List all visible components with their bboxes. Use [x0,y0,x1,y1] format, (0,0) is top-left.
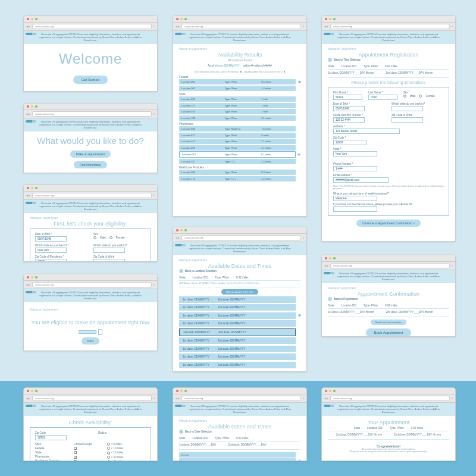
first-name-input[interactable] [333,95,362,100]
date-row[interactable]: 1st dose: DD/MM/YYY2nd dose: DD/MM/YYY [179,346,296,352]
book-appointment-button[interactable]: Book Appointment [366,328,412,336]
window-eligible-result: ◀ ▶covid-vaccine.org≡ Vaccinate US aggre… [23,274,158,351]
back-link[interactable]: ‹Back to Registration [328,297,449,301]
avail-zip-input[interactable] [35,435,67,440]
window-check-availability: ◀ ▶covid-vaccine.org≡ Vaccinate US aggre… [23,387,158,461]
date-row[interactable]: 1st dose: DD/MM/YYY2nd dose: DD/MM/YYY [179,328,296,336]
reg-dob-input[interactable] [333,106,365,111]
continue-confirmation-button[interactable]: Continue to Appointment Confirmation > [356,220,421,227]
zip-residency-input[interactable] [35,259,67,261]
zip-input[interactable] [333,140,367,145]
location-row[interactable]: Location 147Type: Pfizer1 mile [179,103,296,108]
date-row[interactable]: 1st dose: DD/MM/YYY2nd dose: DD/MM/YYY [179,320,296,327]
window-welcome: ◀ ▶covid-vaccine.org≡ Vaccinate US aggre… [23,15,158,92]
last-name-input[interactable] [368,95,397,100]
sex-male-radio[interactable] [93,236,96,239]
find-info-button[interactable]: Find Information [74,161,107,168]
eligible-next-button[interactable]: Next [82,337,99,345]
eligibility-title: First, let's check your eligibility: [30,221,151,227]
address-input[interactable] [333,129,400,134]
choice-title: What would you like to do? [37,136,143,146]
eligibility-form: Date of Birth * Sex MaleFemale Which sta… [30,228,151,261]
window-choice: ◀ ▶covid-vaccine.org≡ Vaccinate US aggre… [23,103,158,173]
date-row[interactable]: 1st dose: DD/MM/YYY2nd dose: DD/MM/YYY [179,296,296,303]
sex-label: Sex [93,233,146,236]
state-select[interactable] [333,151,377,156]
zip-work-input[interactable] [93,259,125,261]
location-row[interactable]: Location 462Type: Pfizer2.1 miles [179,139,296,144]
get-started-button[interactable]: Get Started [73,76,108,84]
back-link[interactable]: ‹Back to Time Selection [328,58,449,62]
window-eligibility: ◀ ▶covid-vaccine.org≡ Vaccinate US aggre… [23,184,158,262]
eligible-message: You are eligible to make an appointment … [31,320,149,325]
dob-label: Date of Birth * [35,233,87,236]
insurance-select[interactable] [333,196,377,201]
window-available-times: ◀ ▶covid-vaccine.org≡ Vaccinate US aggre… [173,387,307,461]
date-row[interactable]: 1st dose: DD/MM/YYY2nd dose: DD/MM/YYY [179,353,296,360]
radius-radio[interactable] [107,447,110,450]
time-row[interactable]: hh:mm [179,452,296,458]
location-row[interactable]: Location 002Type: Pfizer1.4 miles [179,86,296,91]
location-row[interactable]: Location 010Type: Pfizer0.1 miles✱ [179,151,296,158]
location-row[interactable]: Location 029Type: Pfizer1 mile [179,109,296,114]
location-row[interactable]: Location 041Type: Pfizer1 mile [179,96,296,102]
window-available-dates: ◀ ▶covid-vaccine.org≡ Vaccinate US aggre… [173,227,307,372]
send-text-button[interactable]: Send me a text reminder [371,320,406,325]
back-link[interactable]: ‹Back to Location Selection [179,269,300,273]
sex-female-radio[interactable] [109,236,112,239]
state-work-input[interactable] [93,248,125,253]
date-row[interactable]: 1st dose: DD/MM/YYY2nd dose: DD/MM/YYY✱ [179,312,296,319]
location-row[interactable]: Location 357Type: J+J2.4 miles [179,159,296,164]
window-registration: ◀ ▶covid-vaccine.org≡ Vaccinate US aggre… [321,15,456,242]
email-input[interactable] [333,177,389,183]
addressbar: ◀ ▶covid-vaccine.org≡ [24,23,157,31]
date-row[interactable]: 1st dose: DD/MM/YYY2nd dose: DD/MM/YYY [179,304,296,311]
site-banner: Vaccinate US aggregates COVID-19 vaccine… [24,31,157,44]
logo [26,33,36,35]
location-row[interactable]: Location 683Type: Moderna7.5 miles [179,126,296,131]
welcome-title: Welcome [59,51,123,67]
phone-input[interactable] [333,166,377,171]
radius-radio[interactable] [107,452,110,455]
time-row[interactable]: hh:mm✱ [179,458,296,461]
ssn-input[interactable] [333,117,365,123]
date-row[interactable]: 1st dose: DD/MM/YYY2nd dose: DD/MM/YYY [179,337,296,344]
state-input[interactable] [35,248,67,253]
window-your-appointment: ◀ ▶covid-vaccine.org≡ Vaccinate US aggre… [321,387,456,461]
syringe-icon [79,329,102,334]
location-row[interactable]: Location 112Type: J + J4.2 miles [179,176,296,181]
breadcrumb: Making an Appointment [30,217,151,220]
location-row[interactable]: Location 708Type: Pfizer3.1 miles [179,115,296,121]
back-link[interactable]: ‹Back to Date Selection [179,430,300,434]
radius-radio[interactable] [107,456,110,459]
location-row[interactable]: Location 089Type: Pfizer0.3 miles [179,170,296,175]
radius-radio[interactable] [107,460,110,461]
make-appointment-button[interactable]: Make an Appointment [70,151,111,158]
location-row[interactable]: Location 827Type: Pfizer6 miles [179,133,296,138]
show-more-button[interactable]: Click to show 3 more rows [221,289,259,295]
member-id-input[interactable] [333,206,377,212]
location-row[interactable]: Location 020Type: Pfizer4.7 miles [179,145,296,151]
location-row[interactable]: Location 001Type: Pfizer0.5 miles✱ [179,79,296,84]
window-confirmation: ◀ ▶covid-vaccine.org≡ Vaccinate US aggre… [321,255,456,337]
radius-radio[interactable] [107,443,110,446]
window-availability-results: ◀ ▶covid-vaccine.org≡ Vaccinate US aggre… [173,15,307,217]
date-row[interactable]: 1st dose: DD/MM/YYY2nd dose: DD/MM/YYY [179,362,296,368]
dob-input[interactable] [35,236,67,242]
